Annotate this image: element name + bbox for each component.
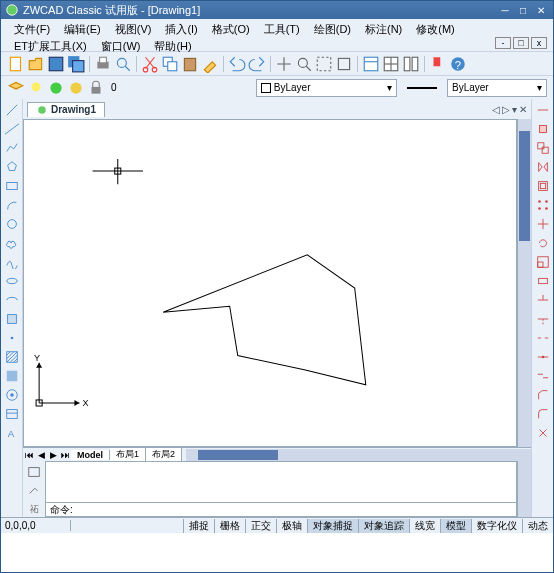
mode-ortho[interactable]: 正交 — [245, 519, 276, 533]
mode-grid[interactable]: 栅格 — [214, 519, 245, 533]
array-icon[interactable] — [534, 196, 552, 214]
mode-dyn[interactable]: 动态 — [522, 519, 553, 533]
menu-format[interactable]: 格式(O) — [205, 21, 257, 38]
redo-icon[interactable] — [248, 55, 266, 73]
tab-first-icon[interactable]: ⏮ — [23, 450, 35, 460]
matchprop-icon[interactable] — [201, 55, 219, 73]
coordinates-display[interactable]: 0,0,0,0 — [1, 520, 71, 531]
gradient-icon[interactable] — [3, 367, 21, 385]
hatch-icon[interactable] — [3, 348, 21, 366]
layer-bulb-icon[interactable] — [27, 79, 45, 97]
scale-icon[interactable] — [534, 253, 552, 271]
mdi-minimize-button[interactable]: - — [495, 37, 511, 49]
explode-icon[interactable] — [534, 424, 552, 442]
offset-icon[interactable] — [534, 177, 552, 195]
layer-green-icon[interactable] — [47, 79, 65, 97]
erase-icon[interactable] — [534, 120, 552, 138]
help-icon[interactable]: ? — [449, 55, 467, 73]
rotate-icon[interactable] — [534, 234, 552, 252]
tab-layout2[interactable]: 布局2 — [146, 448, 182, 461]
table-tool-icon[interactable] — [25, 463, 43, 481]
paint-icon[interactable] — [429, 55, 447, 73]
stretch-icon[interactable] — [534, 272, 552, 290]
menu-et-tools[interactable]: ET扩展工具(X) — [7, 38, 94, 55]
new-icon[interactable] — [7, 55, 25, 73]
layer-lock-icon[interactable] — [87, 79, 105, 97]
linetype-combo[interactable]: ByLayer ▾ — [447, 79, 547, 97]
tab-model[interactable]: Model — [71, 450, 110, 460]
menu-tools[interactable]: 工具(T) — [257, 21, 307, 38]
fillet-icon[interactable] — [534, 405, 552, 423]
zoom-window-icon[interactable] — [315, 55, 333, 73]
scrollbar-thumb[interactable] — [198, 450, 278, 460]
color-combo[interactable]: ByLayer ▾ — [256, 79, 397, 97]
extend-icon[interactable] — [534, 310, 552, 328]
doc-tab-drawing1[interactable]: Drawing1 — [27, 102, 105, 117]
copy-obj-icon[interactable] — [534, 139, 552, 157]
ellipse-arc-icon[interactable] — [3, 291, 21, 309]
tab-next-icon[interactable]: ▷ — [502, 104, 510, 115]
ellipse-icon[interactable] — [3, 272, 21, 290]
maximize-button[interactable]: □ — [515, 3, 531, 17]
polyline-icon[interactable] — [3, 139, 21, 157]
tab-last-icon[interactable]: ⏭ — [59, 450, 71, 460]
mode-model[interactable]: 模型 — [440, 519, 471, 533]
open-icon[interactable] — [27, 55, 45, 73]
command-history[interactable] — [46, 462, 516, 502]
tab-layout1[interactable]: 布局1 — [110, 448, 146, 461]
mtext-icon[interactable]: A — [3, 424, 21, 442]
tab-next-icon[interactable]: ▶ — [47, 450, 59, 460]
preview-icon[interactable] — [114, 55, 132, 73]
table-icon[interactable] — [382, 55, 400, 73]
menu-window[interactable]: 窗口(W) — [94, 38, 148, 55]
break-icon[interactable] — [534, 329, 552, 347]
undo-icon[interactable] — [228, 55, 246, 73]
mode-snap[interactable]: 捕捉 — [183, 519, 214, 533]
mode-otrack[interactable]: 对象追踪 — [358, 519, 409, 533]
save-icon[interactable] — [47, 55, 65, 73]
menu-file[interactable]: 文件(F) — [7, 21, 57, 38]
region-icon[interactable] — [3, 386, 21, 404]
line-icon[interactable] — [3, 101, 21, 119]
command-input[interactable] — [77, 504, 512, 515]
cut-icon[interactable] — [141, 55, 159, 73]
menu-view[interactable]: 视图(V) — [108, 21, 159, 38]
menu-draw[interactable]: 绘图(D) — [307, 21, 358, 38]
layer-yellow-icon[interactable] — [67, 79, 85, 97]
minimize-button[interactable]: ─ — [497, 3, 513, 17]
spline-icon[interactable] — [3, 253, 21, 271]
tab-prev-icon[interactable]: ◁ — [492, 104, 500, 115]
insert-block-icon[interactable] — [3, 310, 21, 328]
trim-icon[interactable] — [534, 291, 552, 309]
sketch-icon[interactable] — [25, 481, 43, 499]
properties-icon[interactable] — [362, 55, 380, 73]
rectangle-icon[interactable] — [3, 177, 21, 195]
menu-insert[interactable]: 插入(I) — [158, 21, 204, 38]
mirror-icon[interactable] — [534, 158, 552, 176]
revcloud-icon[interactable] — [3, 234, 21, 252]
pan-icon[interactable] — [275, 55, 293, 73]
text-icon[interactable]: 祏 — [25, 499, 43, 517]
chamfer-icon[interactable] — [534, 386, 552, 404]
polygon-icon[interactable] — [3, 158, 21, 176]
arc-icon[interactable] — [3, 196, 21, 214]
move-icon[interactable] — [534, 215, 552, 233]
tab-prev-icon[interactable]: ◀ — [35, 450, 47, 460]
tab-menu-icon[interactable]: ▾ — [512, 104, 517, 115]
join-icon[interactable] — [534, 367, 552, 385]
scrollbar-thumb[interactable] — [519, 131, 530, 241]
close-button[interactable]: ✕ — [533, 3, 549, 17]
saveall-icon[interactable] — [67, 55, 85, 73]
horizontal-scrollbar[interactable] — [186, 449, 531, 461]
menu-modify[interactable]: 修改(M) — [409, 21, 462, 38]
mdi-restore-button[interactable]: □ — [513, 37, 529, 49]
mode-polar[interactable]: 极轴 — [276, 519, 307, 533]
menu-edit[interactable]: 编辑(E) — [57, 21, 108, 38]
mode-osnap[interactable]: 对象捕捉 — [307, 519, 358, 533]
print-icon[interactable] — [94, 55, 112, 73]
paste-icon[interactable] — [181, 55, 199, 73]
menu-help[interactable]: 帮助(H) — [147, 38, 198, 55]
xline-icon[interactable] — [3, 120, 21, 138]
table-draw-icon[interactable] — [3, 405, 21, 423]
layer-manager-icon[interactable] — [7, 79, 25, 97]
